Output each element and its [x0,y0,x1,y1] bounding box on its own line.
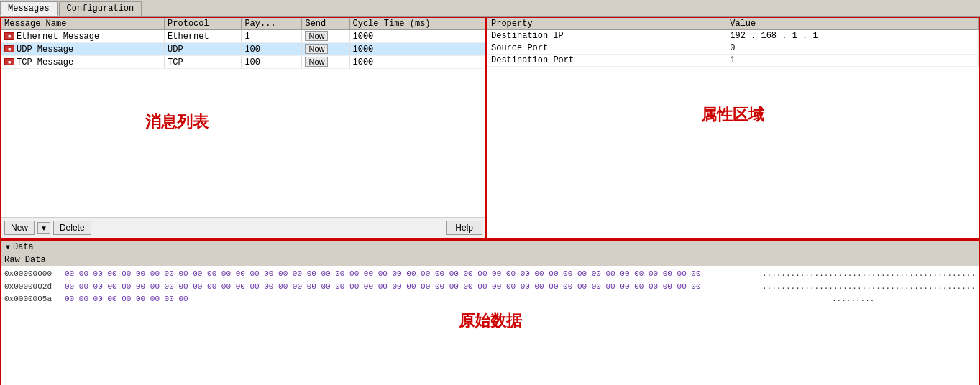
cell-protocol: Ethernet [165,30,242,43]
prop-value: 192 . 168 . 1 . 1 [725,30,979,42]
hex-bytes: 00 00 00 00 00 00 00 00 00 00 00 00 00 0… [65,268,759,281]
cell-name: ■Ethernet Message [1,30,165,43]
left-panel: Message Name Protocol Pay... Send Cycle … [1,18,487,238]
new-dropdown-arrow[interactable]: ▼ [37,222,50,234]
prop-name: Source Port [487,42,725,55]
hex-bytes: 00 00 00 00 00 00 00 00 00 [65,293,829,306]
hex-line: 0x0000005a 00 00 00 00 00 00 00 00 00 ..… [4,293,976,306]
cell-payload: 1 [242,30,302,43]
col-header-send: Send [302,18,349,30]
property-area-watermark: 属性区域 [701,104,764,126]
table-row[interactable]: ■UDP Message UDP 100 Now 1000 [1,43,485,56]
cell-cycletime: 1000 [349,56,485,69]
delete-button[interactable]: Delete [53,221,91,235]
message-table: Message Name Protocol Pay... Send Cycle … [1,18,485,217]
prop-value: 1 [725,55,979,67]
send-now-button[interactable]: Now [305,44,328,54]
tab-configuration[interactable]: Configuration [59,1,142,16]
cell-send: Now [302,30,349,43]
cell-payload: 100 [242,56,302,69]
cell-name: ■TCP Message [1,56,165,69]
raw-data-watermark: 原始数据 [459,310,522,335]
data-header-label: Data [13,242,34,252]
col-header-protocol: Protocol [165,18,242,30]
hex-address: 0x0000002d [4,281,62,294]
cell-name: ■UDP Message [1,43,165,56]
hex-ascii: ......... [832,293,976,306]
property-row: Source Port 0 [487,42,979,55]
cell-send: Now [302,43,349,56]
cell-cycletime: 1000 [349,43,485,56]
prop-col-property: Property [487,18,725,30]
data-section: ▼ Data Raw Data 0x00000000 00 00 00 00 0… [0,239,980,385]
hex-address: 0x00000000 [4,268,62,281]
col-header-cycletime: Cycle Time (ms) [349,18,485,30]
new-button[interactable]: New [4,221,35,235]
prop-col-value: Value [725,18,979,30]
cell-protocol: UDP [165,43,242,56]
tab-messages[interactable]: Messages [0,1,58,16]
hex-bytes: 00 00 00 00 00 00 00 00 00 00 00 00 00 0… [65,281,759,294]
col-header-payload: Pay... [242,18,302,30]
hex-ascii: ........................................… [762,281,976,294]
cell-send: Now [302,56,349,69]
tab-bar: Messages Configuration [0,0,980,17]
help-button[interactable]: Help [446,221,482,235]
data-section-header: ▼ Data [1,241,979,254]
cell-cycletime: 1000 [349,30,485,43]
table-row[interactable]: ■Ethernet Message Ethernet 1 Now 1000 [1,30,485,43]
hex-ascii: ........................................… [762,268,976,281]
col-header-name: Message Name [1,18,165,30]
prop-name: Destination Port [487,55,725,67]
property-table: Property Value Destination IP 192 . 168 … [487,18,979,67]
cell-payload: 100 [242,43,302,56]
hex-area: 0x00000000 00 00 00 00 00 00 00 00 00 00… [1,266,979,307]
data-collapse-arrow[interactable]: ▼ [6,243,10,251]
main-area: Message Name Protocol Pay... Send Cycle … [0,17,980,239]
right-panel: Property Value Destination IP 192 . 168 … [487,18,979,238]
table-row[interactable]: ■TCP Message TCP 100 Now 1000 [1,56,485,69]
prop-name: Destination IP [487,30,725,42]
send-now-button[interactable]: Now [305,57,328,67]
property-row: Destination IP 192 . 168 . 1 . 1 [487,30,979,42]
prop-value: 0 [725,42,979,55]
send-now-button[interactable]: Now [305,31,328,41]
hex-address: 0x0000005a [4,293,62,306]
raw-data-header: Raw Data [1,254,979,266]
left-toolbar: New ▼ Delete Help [1,217,485,238]
hex-line: 0x0000002d 00 00 00 00 00 00 00 00 00 00… [4,281,976,294]
hex-line: 0x00000000 00 00 00 00 00 00 00 00 00 00… [4,268,976,281]
property-row: Destination Port 1 [487,55,979,67]
cell-protocol: TCP [165,56,242,69]
